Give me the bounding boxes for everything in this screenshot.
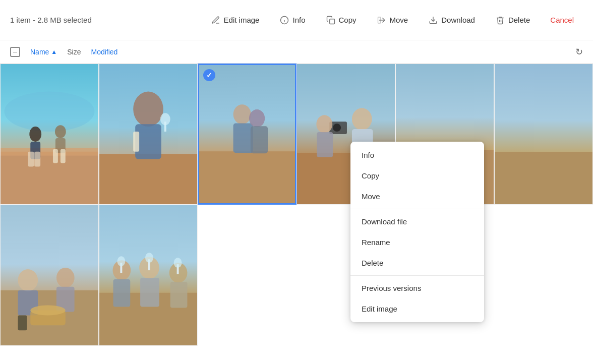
cancel-label: Cancel xyxy=(550,16,574,24)
svg-rect-8 xyxy=(1,152,98,204)
context-menu-divider-1 xyxy=(350,209,484,209)
move-label: Move xyxy=(390,16,408,24)
info-label: Info xyxy=(292,16,305,24)
delete-label: Delete xyxy=(508,16,530,24)
svg-rect-38 xyxy=(317,132,333,157)
column-headers: Name ▲ Size Modified ↻ xyxy=(0,40,593,64)
cancel-button[interactable]: Cancel xyxy=(541,12,583,28)
svg-rect-59 xyxy=(170,282,188,308)
move-icon xyxy=(377,15,387,25)
size-column-header[interactable]: Size xyxy=(67,48,81,56)
svg-rect-19 xyxy=(99,154,197,204)
ctx-edit-image-label: Edit image xyxy=(362,305,397,313)
context-menu-download-file[interactable]: Download file xyxy=(350,211,484,232)
svg-point-45 xyxy=(18,269,38,291)
grid-item[interactable] xyxy=(99,64,198,205)
context-menu-divider-2 xyxy=(350,275,484,276)
ctx-previous-versions-label: Previous versions xyxy=(362,284,421,292)
svg-point-10 xyxy=(29,127,41,142)
grid-item[interactable] xyxy=(0,64,99,205)
svg-point-33 xyxy=(352,108,372,130)
svg-point-65 xyxy=(174,258,182,268)
ctx-download-file-label: Download file xyxy=(362,217,407,226)
context-menu-copy[interactable]: Copy xyxy=(350,165,484,186)
size-column-label: Size xyxy=(67,48,81,56)
svg-point-20 xyxy=(133,92,163,127)
grid-item[interactable] xyxy=(494,64,593,205)
svg-rect-16 xyxy=(53,149,58,163)
ctx-delete-label: Delete xyxy=(362,259,383,267)
svg-point-14 xyxy=(55,125,66,138)
svg-point-37 xyxy=(316,115,332,133)
svg-point-27 xyxy=(233,104,251,124)
delete-icon xyxy=(495,15,505,25)
name-column-label: Name xyxy=(30,48,49,56)
svg-point-29 xyxy=(249,109,265,127)
download-label: Download xyxy=(441,16,475,24)
svg-rect-17 xyxy=(61,149,66,163)
context-menu-move[interactable]: Move xyxy=(350,186,484,207)
svg-rect-42 xyxy=(495,152,592,204)
edit-image-button[interactable]: Edit image xyxy=(202,11,269,29)
modified-column-header[interactable]: Modified xyxy=(91,48,117,56)
edit-image-label: Edit image xyxy=(224,16,260,24)
ctx-info-label: Info xyxy=(362,151,374,159)
refresh-button[interactable]: ↻ xyxy=(575,46,583,57)
ctx-move-label: Move xyxy=(362,192,380,201)
grid-item[interactable] xyxy=(99,205,198,346)
svg-point-63 xyxy=(145,253,153,263)
grid-item-selected[interactable] xyxy=(198,64,296,205)
select-all-checkbox[interactable] xyxy=(10,47,20,57)
svg-rect-51 xyxy=(18,315,27,330)
ctx-rename-label: Rename xyxy=(362,238,390,247)
edit-image-icon xyxy=(211,15,221,25)
name-column-header[interactable]: Name ▲ xyxy=(30,48,57,56)
main-content: Info Copy Move Download file Rename Dele… xyxy=(0,64,593,364)
svg-point-24 xyxy=(160,113,170,125)
context-menu-rename[interactable]: Rename xyxy=(350,232,484,253)
info-button[interactable]: Info xyxy=(270,11,314,29)
toolbar-actions: Edit image Info Copy xyxy=(202,11,583,29)
modified-column-label: Modified xyxy=(91,48,117,56)
move-button[interactable]: Move xyxy=(368,11,418,29)
delete-button[interactable]: Delete xyxy=(486,11,539,29)
grid-item[interactable] xyxy=(0,205,99,346)
toolbar: 1 item - 2.8 MB selected Edit image Inf xyxy=(0,0,593,40)
svg-rect-30 xyxy=(251,126,268,153)
copy-icon xyxy=(326,15,336,25)
sort-arrow-icon: ▲ xyxy=(51,48,57,55)
svg-point-47 xyxy=(56,268,75,288)
svg-rect-12 xyxy=(28,152,34,167)
svg-point-36 xyxy=(333,124,341,132)
svg-rect-22 xyxy=(133,132,139,152)
download-icon xyxy=(428,15,438,25)
selection-checkmark xyxy=(203,69,215,81)
selection-label: 1 item - 2.8 MB selected xyxy=(10,16,92,24)
context-menu-info[interactable]: Info xyxy=(350,145,484,165)
context-menu-delete[interactable]: Delete xyxy=(350,253,484,273)
svg-rect-3 xyxy=(329,19,334,24)
svg-point-50 xyxy=(30,306,66,316)
ctx-copy-label: Copy xyxy=(362,171,379,180)
svg-point-61 xyxy=(117,256,125,266)
copy-label: Copy xyxy=(339,16,357,24)
copy-button[interactable]: Copy xyxy=(317,11,366,29)
context-menu-previous-versions[interactable]: Previous versions xyxy=(350,278,484,298)
svg-rect-26 xyxy=(199,151,295,203)
image-grid xyxy=(0,64,593,346)
svg-rect-28 xyxy=(233,123,253,153)
download-button[interactable]: Download xyxy=(419,11,484,29)
svg-point-7 xyxy=(5,92,95,132)
svg-rect-57 xyxy=(140,278,159,307)
svg-rect-55 xyxy=(113,279,131,307)
context-menu-edit-image[interactable]: Edit image xyxy=(350,298,484,319)
info-icon xyxy=(279,15,289,25)
svg-rect-9 xyxy=(1,148,98,156)
context-menu: Info Copy Move Download file Rename Dele… xyxy=(350,142,484,322)
svg-rect-13 xyxy=(34,152,40,167)
